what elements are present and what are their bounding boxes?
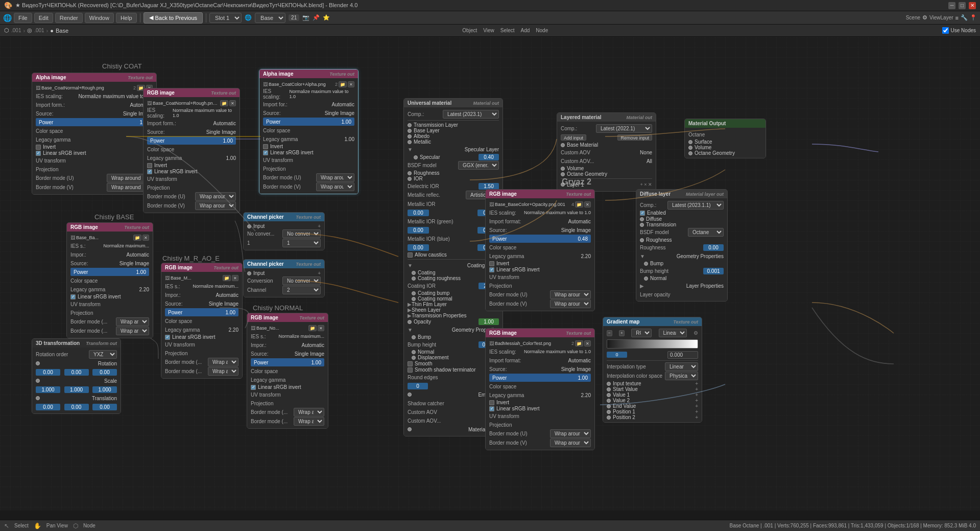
cp2-conv-select[interactable]: No conver...	[282, 276, 321, 285]
layered-comp-select[interactable]: Latest (2022.1)	[596, 124, 652, 133]
transform-3d-node[interactable]: 3D transformation Transform out Rotation…	[32, 338, 121, 414]
remove-input-btn[interactable]: Remove input	[617, 134, 652, 141]
mrao-bv[interactable]: Wrap arou...	[208, 367, 238, 376]
badmessiah-x[interactable]: ✕	[584, 340, 591, 347]
minimize-button[interactable]: ─	[948, 2, 955, 9]
rgb-gryaz-x[interactable]: ✕	[584, 201, 591, 207]
diffuse-layer-node[interactable]: Diffuse layer Material layer out Comp.: …	[636, 189, 728, 302]
add-menu[interactable]: Add	[521, 28, 530, 33]
rgb-mrao-node[interactable]: RGB image Texture out 🖼 Base_M... 📁 ✕ IE…	[161, 263, 243, 379]
normal-browse[interactable]: 📁	[308, 325, 317, 331]
grad-linear-select[interactable]: Linear	[659, 329, 687, 337]
linear-cb2[interactable]: ✓	[147, 169, 152, 174]
normal-bu[interactable]: Wrap arou...	[294, 408, 324, 417]
rotation-order-select[interactable]: YXZ	[89, 350, 117, 359]
channel-picker1-node[interactable]: Channel picker Texture out Input + No co…	[243, 212, 325, 250]
material-output-node[interactable]: Material Output Octane Surface Volume Oc…	[684, 119, 766, 158]
bu-select3[interactable]: Wrap around	[316, 173, 354, 182]
gradient-map-node[interactable]: Gradient map Texture out − + RGB Linear …	[603, 317, 702, 423]
normal-x[interactable]: ✕	[318, 325, 324, 331]
node-menu[interactable]: Node	[536, 28, 548, 33]
alpha2-browse[interactable]: 📁	[339, 81, 347, 87]
rgb-gryaz-node[interactable]: RGB image Texture out 🖼 Base_BaseColor+O…	[485, 189, 595, 311]
mior-r[interactable]: 0.00	[408, 210, 429, 216]
file-menu[interactable]: File	[14, 13, 32, 23]
cp1-conv-select[interactable]: No conver...	[282, 229, 321, 238]
invert-cb2[interactable]	[147, 163, 152, 168]
bv-select2[interactable]: Wrap around	[195, 201, 236, 210]
rgb-base-browse[interactable]: 📁	[133, 235, 141, 241]
diel-ior-val[interactable]: 1.50	[479, 183, 499, 190]
diffuse-bsdf-select[interactable]: Octane	[688, 228, 724, 237]
base-select[interactable]: Base	[255, 13, 285, 23]
alpha2-x[interactable]: ✕	[348, 81, 354, 87]
normal-power[interactable]: Power 1.00	[251, 358, 324, 366]
alpha2-power[interactable]: Power 1.00	[263, 118, 354, 126]
interp-type-select[interactable]: Linear	[665, 362, 698, 371]
normal-bv[interactable]: Wrap arou...	[294, 417, 324, 426]
render-menu[interactable]: Render	[55, 13, 83, 23]
badmessiah-browse[interactable]: 📁	[575, 340, 583, 347]
edit-menu[interactable]: Edit	[34, 13, 53, 23]
help-menu[interactable]: Help	[116, 13, 137, 23]
badmessiah-bu[interactable]: Wrap around	[550, 429, 591, 438]
channel-picker2-node[interactable]: Channel picker Texture out Input + Conve…	[243, 259, 325, 297]
bv-select3[interactable]: Wrap around	[316, 182, 354, 191]
specular-val[interactable]: 0.40	[479, 154, 499, 160]
use-nodes-checkbox[interactable]	[942, 27, 949, 34]
linear-srgb-checkbox[interactable]: ✓	[36, 151, 41, 156]
linear-cb3[interactable]: ✓	[263, 150, 268, 155]
mrao-bu[interactable]: Wrap arou...	[208, 358, 238, 366]
invert-checkbox[interactable]	[36, 145, 41, 150]
rgb-badmessiah-node[interactable]: RGB image Texture out 🖼 BadMessiah_Color…	[485, 328, 595, 450]
alpha-image2-node[interactable]: Alpha image Texture out 🖼 Base_CoatColor…	[259, 69, 358, 194]
object-menu[interactable]: Object	[462, 28, 477, 33]
cp1-ch-select[interactable]: 1	[282, 239, 321, 247]
rgb-coat-x[interactable]: ✕	[229, 100, 236, 106]
close-button[interactable]: ✕	[969, 2, 976, 9]
gryaz-bu-select[interactable]: Wrap around	[550, 290, 591, 299]
mior-g1[interactable]: 0.00	[408, 227, 429, 234]
rgb-coat-browse[interactable]: 📁	[220, 100, 228, 106]
grad-val-input[interactable]	[667, 351, 698, 359]
bsdf-select[interactable]: GGX (ener...	[458, 161, 499, 170]
grad-plus[interactable]: +	[619, 330, 625, 336]
badmessiah-power[interactable]: Power 1.00	[489, 374, 591, 382]
base-bu[interactable]: Wrap arou...	[116, 317, 149, 326]
smooth-cb[interactable]	[408, 361, 413, 366]
badmessiah-bv[interactable]: Wrap around	[550, 438, 591, 447]
rgb-base-x[interactable]: ✕	[142, 235, 149, 241]
power-bar[interactable]: Power 1.00	[36, 118, 153, 126]
mrao-x[interactable]: ✕	[232, 275, 238, 281]
rgb-base-power[interactable]: Power 1.00	[70, 268, 149, 276]
back-button[interactable]: ◀ Back to Previous	[144, 12, 203, 24]
bu-select2[interactable]: Wrap around	[195, 192, 236, 201]
invert-cb3[interactable]	[263, 144, 268, 149]
opacity-val[interactable]: 1.00	[479, 318, 499, 325]
diffuse-comp-select[interactable]: Latest (2023.1.1)	[667, 201, 724, 210]
cp2-ch-select[interactable]: 2	[282, 286, 321, 294]
rgb-base-node[interactable]: RGB image Texture out 🖼 Base_Ba... 📁 ✕ I…	[66, 222, 153, 338]
smooth-shadow-cb[interactable]	[408, 367, 413, 373]
mrao-power[interactable]: Power 1.00	[165, 308, 238, 316]
rgb-gryaz-power[interactable]: Power 0.48	[489, 235, 591, 243]
grad-rgb-select[interactable]: RGB	[631, 329, 652, 337]
grad-settings-icon[interactable]: ⚙	[694, 330, 698, 336]
rgb-coat-power[interactable]: Power 1.00	[147, 136, 236, 145]
caustics-cb[interactable]	[408, 252, 413, 258]
opacity-0-val[interactable]: 0	[408, 383, 428, 389]
mrao-browse[interactable]: 📁	[223, 275, 231, 281]
interp-cs-select[interactable]: Physical	[665, 372, 698, 380]
maximize-button[interactable]: □	[959, 2, 966, 9]
add-input-btn[interactable]: Add input	[561, 134, 586, 141]
view-menu[interactable]: View	[483, 28, 494, 33]
mior-b1[interactable]: 0.00	[408, 244, 429, 251]
select-menu[interactable]: Select	[500, 28, 515, 33]
base-bv[interactable]: Wrap arou...	[116, 327, 149, 335]
grad-minus[interactable]: −	[607, 330, 612, 336]
window-menu[interactable]: Window	[85, 13, 114, 23]
rgb-gryaz-browse[interactable]: 📁	[575, 201, 583, 207]
node-canvas[interactable]: Chistiy COAT BASE Alpha image Texture ou…	[0, 37, 980, 511]
slot-select[interactable]: Slot 1	[209, 13, 242, 23]
univ-comp-select[interactable]: Latest (2023.1)	[443, 110, 499, 119]
